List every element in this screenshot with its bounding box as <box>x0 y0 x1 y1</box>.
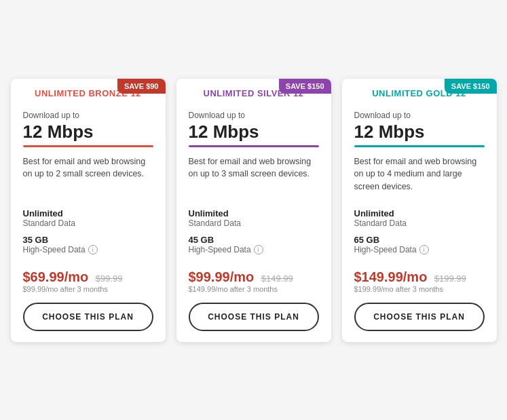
high-speed-label-bronze: High-Speed Data i <box>23 245 153 254</box>
price-after-gold: $199.99/mo after 3 months <box>354 285 485 293</box>
download-label-silver: Download up to <box>189 111 319 120</box>
price-main-bronze: $69.99/mo <box>23 269 89 284</box>
info-icon-gold[interactable]: i <box>419 245 429 254</box>
high-speed-gb-bronze: 35 GB <box>23 235 153 245</box>
price-original-bronze: $99.99 <box>96 273 123 284</box>
speed-bar-gold <box>354 145 485 147</box>
speed-bar-silver <box>189 145 319 147</box>
save-badge-silver: SAVE $150 <box>279 79 331 94</box>
standard-data-gold: Standard Data <box>354 218 485 228</box>
speed-gold: 12 Mbps <box>354 121 485 142</box>
price-original-gold: $199.99 <box>434 273 466 284</box>
choose-plan-button-gold[interactable]: CHOOSE THIS PLAN <box>354 303 485 331</box>
price-main-silver: $99.99/mo <box>189 269 255 284</box>
speed-bronze: 12 Mbps <box>23 121 153 142</box>
choose-plan-button-bronze[interactable]: CHOOSE THIS PLAN <box>23 303 153 331</box>
download-label-gold: Download up to <box>354 111 485 120</box>
high-speed-label-silver: High-Speed Data i <box>189 245 319 254</box>
unlimited-label-bronze: Unlimited <box>23 208 153 218</box>
price-original-silver: $149.99 <box>261 273 293 284</box>
choose-plan-button-silver[interactable]: CHOOSE THIS PLAN <box>189 303 319 331</box>
info-icon-bronze[interactable]: i <box>88 245 98 254</box>
high-speed-gb-gold: 65 GB <box>354 235 485 245</box>
high-speed-label-gold: High-Speed Data i <box>354 245 485 254</box>
standard-data-bronze: Standard Data <box>23 218 153 228</box>
description-silver: Best for email and web browsing on up to… <box>189 155 319 196</box>
high-speed-gb-silver: 45 GB <box>189 235 319 245</box>
download-label-bronze: Download up to <box>23 111 153 120</box>
plan-card-gold: UNLIMITED GOLD 12 SAVE $150 Download up … <box>342 79 497 342</box>
save-badge-bronze: SAVE $90 <box>117 79 166 94</box>
save-badge-gold: SAVE $150 <box>445 79 497 94</box>
plan-card-silver: UNLIMITED SILVER 12 SAVE $150 Download u… <box>176 79 331 342</box>
unlimited-label-gold: Unlimited <box>354 208 485 218</box>
standard-data-silver: Standard Data <box>189 218 319 228</box>
info-icon-silver[interactable]: i <box>254 245 263 254</box>
speed-bar-bronze <box>23 145 153 147</box>
plans-container: UNLIMITED BRONZE 12 SAVE $90 Download up… <box>11 79 497 342</box>
unlimited-label-silver: Unlimited <box>189 208 319 218</box>
description-bronze: Best for email and web browsing on up to… <box>23 155 153 196</box>
description-gold: Best for email and web browsing on up to… <box>354 155 485 196</box>
plan-card-bronze: UNLIMITED BRONZE 12 SAVE $90 Download up… <box>11 79 166 342</box>
price-main-gold: $149.99/mo <box>354 269 428 284</box>
price-after-silver: $149.99/mo after 3 months <box>189 285 319 293</box>
price-after-bronze: $99.99/mo after 3 months <box>23 285 153 293</box>
speed-silver: 12 Mbps <box>189 121 319 142</box>
